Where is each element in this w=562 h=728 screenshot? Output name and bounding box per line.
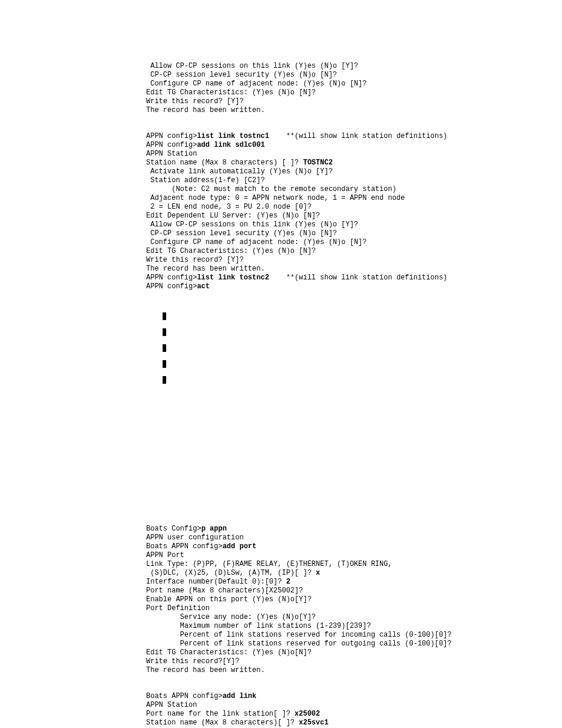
line: The record has been written. xyxy=(146,666,265,674)
input-value: 2 xyxy=(286,578,290,586)
line: 2 = LEN end node, 3 = PU 2.0 node [0]? xyxy=(146,203,312,211)
revision-bar-icon xyxy=(163,312,166,320)
line: APPN Station xyxy=(146,150,197,158)
command: list link tostnc2 xyxy=(197,274,269,282)
line: Link Type: (P)PP, (F)RAME RELAY, (E)THER… xyxy=(146,560,392,568)
line: Percent of link stations reserved for ou… xyxy=(146,640,451,648)
line: Enable APPN on this port (Y)es (N)o[Y]? xyxy=(146,595,312,604)
line: Edit TG Characteristics: (Y)es (N)o [N]? xyxy=(146,247,316,255)
input-value: x25002 xyxy=(295,710,320,718)
line: The record has been written. xyxy=(146,265,265,273)
line: Configure CP name of adjacent node: (Y)e… xyxy=(146,80,366,88)
input-value: TOSTNC2 xyxy=(303,159,332,167)
command: act xyxy=(197,282,210,291)
line: Edit Dependent LU Server: (Y)es (N)o [N]… xyxy=(146,212,320,220)
line: (S)DLC, (X)25, (D)LSw, (A)TM, (IP)[ ]? xyxy=(146,569,316,577)
line: Activate link automatically (Y)es (N)o [… xyxy=(146,167,333,176)
line: CP-CP session level security (Y)es (N)o … xyxy=(146,71,337,79)
line: Configure CP name of adjacent node: (Y)e… xyxy=(146,238,366,246)
line: Allow CP-CP sessions on this link (Y)es … xyxy=(146,220,358,229)
line: Interface number(Default 0):[0]? xyxy=(146,578,286,586)
line: Station address(1-fe) [C2]? xyxy=(146,176,265,185)
prompt: Boats APPN config> xyxy=(146,542,223,551)
revision-bar-icon xyxy=(163,328,166,336)
line: Maximum number of link stations (1-239)[… xyxy=(146,622,371,630)
command: p appn xyxy=(201,525,227,533)
line: The record has been written. xyxy=(146,106,265,114)
line: Adjacent node type: 0 = APPN network nod… xyxy=(146,194,405,202)
line: Allow CP-CP sessions on this link (Y)es … xyxy=(146,62,358,70)
line: Station name (Max 8 characters)[ ]? xyxy=(146,719,299,727)
line: Station name (Max 8 characters) [ ]? xyxy=(146,159,303,167)
terminal-block-1: Allow CP-CP sessions on this link (Y)es … xyxy=(146,53,562,115)
command: list link tostnc1 xyxy=(197,132,269,140)
input-value: x25svc1 xyxy=(299,719,328,727)
line: Percent of link stations reserved for in… xyxy=(146,631,451,639)
prompt: APPN config> xyxy=(146,274,197,282)
line: Edit TG Characteristics: (Y)es (N)o[N]? xyxy=(146,648,312,657)
line: Write this record?[Y]? xyxy=(146,657,239,666)
prompt: APPN config> xyxy=(146,282,197,291)
prompt: Boats Config> xyxy=(146,525,201,533)
line: Write this record? [Y]? xyxy=(146,97,244,106)
line: Port name (Max 8 characters)[X25002]? xyxy=(146,587,303,595)
command: add link sdlc001 xyxy=(197,141,265,149)
command: add link xyxy=(223,692,257,700)
revision-bar-icon xyxy=(163,344,166,352)
line: Port name for the link station[ ]? xyxy=(146,710,295,718)
line: APPN Station xyxy=(146,701,197,709)
revision-bars xyxy=(163,312,562,384)
terminal-block-4: Boats APPN config>add link APPN Station … xyxy=(146,683,562,728)
prompt: APPN config> xyxy=(146,141,197,149)
terminal-block-3: Boats Config>p appn APPN user configurat… xyxy=(146,516,562,675)
line: Port Definition xyxy=(146,604,210,612)
line: Edit TG Characteristics: (Y)es (N)o [N]? xyxy=(146,88,316,97)
line: APPN Port xyxy=(146,551,184,559)
prompt: APPN config> xyxy=(146,132,197,140)
revision-bar-icon xyxy=(163,376,166,384)
comment: **(will show link station definitions) xyxy=(269,132,447,140)
line: (Note: C2 must match to the remote secon… xyxy=(146,185,396,193)
terminal-block-2: APPN config>list link tostnc1 **(will sh… xyxy=(146,123,562,291)
input-value: x xyxy=(316,569,320,577)
prompt: Boats APPN config> xyxy=(146,692,223,700)
revision-bar-icon xyxy=(163,360,166,368)
line: Service any node: (Y)es (N)o[Y]? xyxy=(146,613,316,621)
comment: **(will show link station definitions) xyxy=(269,274,447,282)
line: CP-CP session level security (Y)es (N)o … xyxy=(146,229,337,238)
line: APPN user configuration xyxy=(146,533,244,542)
command: add port xyxy=(223,542,257,551)
line: Write this record? [Y]? xyxy=(146,256,244,264)
